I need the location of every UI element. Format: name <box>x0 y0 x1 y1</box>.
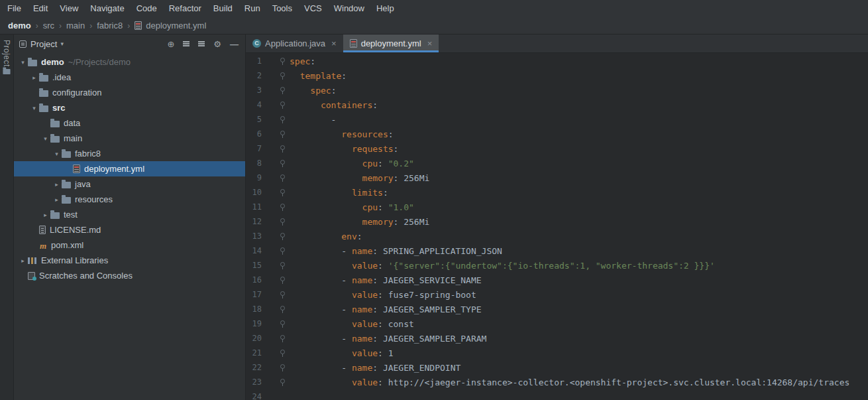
yaml-key-gutter-icon[interactable] <box>280 159 286 167</box>
yaml-key-gutter-icon[interactable] <box>280 261 286 269</box>
menu-file[interactable]: File <box>1 0 27 17</box>
expand-all-icon[interactable] <box>183 41 190 46</box>
yaml-key-gutter-icon[interactable] <box>280 291 286 299</box>
menu-view[interactable]: View <box>54 0 84 17</box>
chevron-right-icon[interactable]: ▸ <box>40 212 50 218</box>
chevron-down-icon[interactable]: ▾ <box>29 105 39 111</box>
editor-line[interactable]: 6 resources: <box>246 127 868 141</box>
tree-item-pom-xml[interactable]: pom.xml <box>14 237 245 253</box>
chevron-right-icon[interactable]: ▸ <box>52 196 62 203</box>
tree-item-idea[interactable]: ▸ .idea <box>14 70 245 85</box>
tree-item-java[interactable]: ▸ java <box>14 176 245 192</box>
tab-application-java[interactable]: Application.java × <box>246 34 343 52</box>
editor-line[interactable]: 14 - name: SPRING_APPLICATION_JSON <box>246 243 868 258</box>
breadcrumb-item-fabric8[interactable]: fabric8 <box>95 21 124 31</box>
editor-line[interactable]: 1spec: <box>246 54 868 68</box>
tree-item-deployment-yml[interactable]: deployment.yml <box>14 161 245 176</box>
chevron-down-icon[interactable]: ▾ <box>40 135 50 142</box>
chevron-down-icon[interactable]: ▾ <box>60 40 64 47</box>
tree-item-demo[interactable]: ▾ demo ~/Projects/demo <box>14 54 245 70</box>
breadcrumb-item-src[interactable]: src <box>42 21 56 31</box>
yaml-key-gutter-icon[interactable] <box>280 349 286 357</box>
menu-edit[interactable]: Edit <box>27 0 54 17</box>
close-icon[interactable]: × <box>427 39 433 48</box>
editor-line[interactable]: 2 template: <box>246 68 868 83</box>
editor-line[interactable]: 7 requests: <box>246 141 868 156</box>
hide-panel-icon[interactable]: — <box>230 40 239 48</box>
tree-item-resources[interactable]: ▸ resources <box>14 192 245 207</box>
editor-line[interactable]: 15 value: '{"server":{"undertow":{"io-th… <box>246 258 868 273</box>
editor-line[interactable]: 22 - name: JAEGER_ENDPOINT <box>246 360 868 375</box>
yaml-key-gutter-icon[interactable] <box>280 218 286 226</box>
yaml-key-gutter-icon[interactable] <box>280 276 286 284</box>
editor-line[interactable]: 3 spec: <box>246 83 868 98</box>
yaml-key-gutter-icon[interactable] <box>280 364 286 371</box>
project-panel-title[interactable]: Project <box>30 39 57 49</box>
menu-refactor[interactable]: Refactor <box>163 0 207 17</box>
yaml-key-gutter-icon[interactable] <box>280 145 286 153</box>
breadcrumb-item-demo[interactable]: demo <box>7 21 32 31</box>
yaml-key-gutter-icon[interactable] <box>280 378 286 386</box>
breadcrumb-item-main[interactable]: main <box>65 21 86 31</box>
yaml-key-gutter-icon[interactable] <box>280 174 286 182</box>
locate-file-icon[interactable]: ⊕ <box>167 40 174 48</box>
yaml-key-gutter-icon[interactable] <box>280 115 286 123</box>
editor-line[interactable]: 23 value: http://<jaeger-instance>-colle… <box>246 375 868 389</box>
tree-item-src[interactable]: ▾ src <box>14 100 245 115</box>
chevron-right-icon[interactable]: ▸ <box>29 74 39 81</box>
editor-line[interactable]: 10 limits: <box>246 185 868 200</box>
menu-navigate[interactable]: Navigate <box>84 0 130 17</box>
breadcrumb-item-deployment-yml[interactable]: deployment.yml <box>144 21 207 31</box>
editor-line[interactable]: 11 cpu: "1.0" <box>246 200 868 214</box>
menu-run[interactable]: Run <box>239 0 266 17</box>
tree-item-scratches[interactable]: Scratches and Consoles <box>14 268 245 283</box>
chevron-right-icon[interactable]: ▸ <box>18 257 28 264</box>
tab-deployment-yml[interactable]: deployment.yml × <box>343 34 439 52</box>
editor-line[interactable]: 9 memory: 256Mi <box>246 170 868 185</box>
editor-line[interactable]: 21 value: 1 <box>246 346 868 360</box>
tree-item-license-md[interactable]: LICENSE.md <box>14 222 245 237</box>
tree-item-data[interactable]: data <box>14 115 245 131</box>
editor-line[interactable]: 18 - name: JAEGER_SAMPLER_TYPE <box>246 302 868 316</box>
editor-line[interactable]: 16 - name: JAEGER_SERVICE_NAME <box>246 273 868 287</box>
yaml-key-gutter-icon[interactable] <box>280 247 286 255</box>
yaml-key-gutter-icon[interactable] <box>280 320 286 328</box>
chevron-down-icon[interactable]: ▾ <box>52 151 62 157</box>
editor-line[interactable]: 17 value: fuse7-spring-boot <box>246 287 868 302</box>
menu-help[interactable]: Help <box>370 0 400 17</box>
yaml-key-gutter-icon[interactable] <box>280 72 286 80</box>
collapse-all-icon[interactable] <box>198 41 205 46</box>
tree-item-fabric8[interactable]: ▾ fabric8 <box>14 146 245 161</box>
editor-line[interactable]: 8 cpu: "0.2" <box>246 156 868 170</box>
menu-tools[interactable]: Tools <box>266 0 298 17</box>
tree-item-test[interactable]: ▸ test <box>14 207 245 222</box>
editor-line[interactable]: 12 memory: 256Mi <box>246 214 868 229</box>
settings-gear-icon[interactable]: ⚙ <box>213 40 221 48</box>
close-icon[interactable]: × <box>331 39 337 48</box>
yaml-key-gutter-icon[interactable] <box>280 232 286 240</box>
chevron-right-icon[interactable]: ▸ <box>52 181 62 188</box>
yaml-key-gutter-icon[interactable] <box>280 130 286 138</box>
yaml-key-gutter-icon[interactable] <box>280 57 286 65</box>
code-editor[interactable]: 1spec:2 template:3 spec:4 containers:5 -… <box>246 53 868 400</box>
yaml-key-gutter-icon[interactable] <box>280 188 286 196</box>
yaml-key-gutter-icon[interactable] <box>280 305 286 313</box>
project-tool-button[interactable]: Project <box>2 40 11 67</box>
editor-line[interactable]: 5 - <box>246 112 868 127</box>
yaml-key-gutter-icon[interactable] <box>280 203 286 211</box>
yaml-key-gutter-icon[interactable] <box>280 101 286 109</box>
editor-line[interactable]: 13 env: <box>246 229 868 243</box>
editor-line[interactable]: 20 - name: JAEGER_SAMPLER_PARAM <box>246 331 868 346</box>
yaml-key-gutter-icon[interactable] <box>280 334 286 342</box>
tree-item-configuration[interactable]: configuration <box>14 85 245 100</box>
menu-vcs[interactable]: VCS <box>298 0 328 17</box>
editor-line[interactable]: 19 value: const <box>246 316 868 331</box>
chevron-down-icon[interactable]: ▾ <box>18 59 28 66</box>
editor-line[interactable]: 4 containers: <box>246 98 868 112</box>
menu-build[interactable]: Build <box>207 0 239 17</box>
yaml-key-gutter-icon[interactable] <box>280 86 286 94</box>
tree-item-main[interactable]: ▾ main <box>14 131 245 146</box>
menu-code[interactable]: Code <box>131 0 163 17</box>
editor-line[interactable]: 24 <box>246 389 868 400</box>
menu-window[interactable]: Window <box>328 0 370 17</box>
